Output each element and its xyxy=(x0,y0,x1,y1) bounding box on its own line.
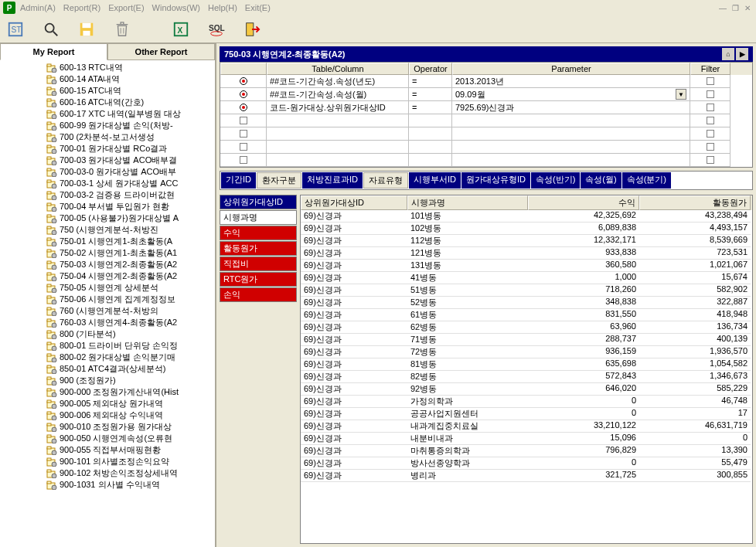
tree-item[interactable]: 600-17 XTC 내역(일부병원 대상 xyxy=(46,108,215,120)
tree-item[interactable]: 900-101 의사별조정손익요약 xyxy=(46,456,215,467)
data-row[interactable]: 69)신경과52병동348,838322,887 xyxy=(301,297,752,309)
selector-item[interactable]: 활동원가 xyxy=(220,241,297,256)
data-row[interactable]: 69)신경과내과계집중치료실33,210,12246,631,719 xyxy=(301,420,752,433)
tree-item[interactable]: 900-050 시행연계속성(오류현 xyxy=(46,433,215,444)
dim-tab[interactable]: 원가대상유형ID xyxy=(461,172,530,189)
selector-item[interactable]: 수익 xyxy=(220,226,297,240)
tree-item[interactable]: 850-01 ATC4결과(상세분석) xyxy=(46,363,215,375)
filter-flag-checkbox[interactable] xyxy=(707,130,714,138)
filter-flag-checkbox[interactable] xyxy=(707,156,714,164)
tab-my-report[interactable]: My Report xyxy=(0,43,107,60)
tree-item[interactable]: 700-03-1 상세 원가대상별 ACC xyxy=(46,178,215,189)
filter-checkbox[interactable] xyxy=(240,143,247,151)
tree-item[interactable]: 900-010 조정원가용 원가대상 xyxy=(46,421,215,433)
minimize-icon[interactable]: — xyxy=(717,2,728,13)
tree-item[interactable]: 900-102 처방손익조정상세내역 xyxy=(46,467,215,479)
filter-flag-checkbox[interactable] xyxy=(707,77,714,85)
restore-icon[interactable]: ❐ xyxy=(730,2,741,13)
tree-item[interactable]: 900-000 조정원가계산내역(Hist xyxy=(46,386,215,398)
filter-flag-checkbox[interactable] xyxy=(707,104,714,111)
filter-flag-checkbox[interactable] xyxy=(707,143,714,151)
data-row[interactable]: 69)신경과공공사업지원센터017 xyxy=(301,408,752,420)
data-row[interactable]: 69)신경과102병동6,089,8384,493,157 xyxy=(301,223,752,235)
data-row[interactable]: 69)신경과121병동933,838723,531 xyxy=(301,247,752,260)
tree-item[interactable]: 900-1031 의사별 수익내역 xyxy=(46,479,215,491)
data-row[interactable]: 69)신경과92병동646,020585,229 xyxy=(301,383,752,396)
data-row[interactable]: 69)신경과가정의학과046,748 xyxy=(301,396,752,408)
report-tree[interactable]: 600-13 RTC내역600-14 ATA내역600-15 ATC내역600-… xyxy=(0,60,215,547)
save-icon[interactable] xyxy=(76,19,97,40)
data-row[interactable]: 69)신경과51병동718,260582,902 xyxy=(301,284,752,297)
dim-tab[interactable]: 속성(분기) xyxy=(622,172,671,189)
filter-radio[interactable] xyxy=(240,90,247,98)
dg-col-0[interactable]: 상위원가대상ID xyxy=(301,195,407,210)
menu-help[interactable]: Help(H) xyxy=(208,3,237,12)
dim-tab[interactable]: 시행부서ID xyxy=(409,172,461,189)
tree-item[interactable]: 600-14 ATA내역 xyxy=(46,73,215,85)
data-row[interactable]: 69)신경과82병동572,8431,346,673 xyxy=(301,371,752,383)
filter-row[interactable] xyxy=(220,114,752,127)
tree-item[interactable]: 750-06 시행연계 집계계정정보 xyxy=(46,294,215,305)
menu-export[interactable]: Export(E) xyxy=(108,3,144,12)
tree-item[interactable]: 900-055 직접부서매핑현황 xyxy=(46,444,215,456)
selector-item[interactable]: 손익 xyxy=(220,287,297,302)
filter-row[interactable]: 코드-원가대상.상위원가대상ID=7925.69)신경과 xyxy=(220,101,752,114)
menu-report[interactable]: Report(R) xyxy=(63,3,100,12)
menu-exit[interactable]: Exit(E) xyxy=(245,3,271,12)
tree-item[interactable]: 700-05 (사용불가)원가대상별 A xyxy=(46,212,215,224)
dg-col-2[interactable]: 수익 xyxy=(528,195,639,210)
tree-item[interactable]: 750-02 시행연계1-최초활동(A1 xyxy=(46,247,215,259)
selector-item[interactable]: RTC원가 xyxy=(220,272,297,287)
tree-item[interactable]: 700 (2차분석-보고서생성 xyxy=(46,131,215,143)
dim-tab[interactable]: 처방진료과ID xyxy=(302,172,363,189)
filter-flag-checkbox[interactable] xyxy=(707,90,714,98)
tree-item[interactable]: 800-02 원가대상별 손익분기매 xyxy=(46,352,215,363)
data-row[interactable]: 69)신경과101병동42,325,69243,238,494 xyxy=(301,210,752,223)
dim-tab[interactable]: 기간ID xyxy=(221,172,256,189)
tree-item[interactable]: 750-01 시행연계1-최초활동(A xyxy=(46,236,215,247)
filter-row[interactable] xyxy=(220,154,752,167)
tree-item[interactable]: 700-03 원가대상별 ACO배부결 xyxy=(46,155,215,166)
filter-checkbox[interactable] xyxy=(240,117,247,124)
filter-radio[interactable] xyxy=(240,77,247,85)
dim-tab[interactable]: 속성(월) xyxy=(581,172,621,189)
filter-checkbox[interactable] xyxy=(240,156,247,164)
data-row[interactable]: 69)신경과62병동63,960136,734 xyxy=(301,321,752,334)
filter-row[interactable]: ##코드-기간속성.속성(년도)=2013.2013년 xyxy=(220,75,752,88)
tree-item[interactable]: 600-15 ATC내역 xyxy=(46,85,215,97)
filter-row[interactable] xyxy=(220,141,752,154)
dg-col-3[interactable]: 활동원가 xyxy=(639,195,751,210)
dg-col-1[interactable]: 시행과명 xyxy=(407,195,528,210)
dim-tab[interactable]: 속성(반기) xyxy=(531,172,580,189)
search-icon[interactable] xyxy=(40,19,62,40)
panel-home-icon[interactable]: ⌂ xyxy=(722,48,734,60)
tree-item[interactable]: 750-05 시행연계 상세분석 xyxy=(46,282,215,294)
tree-item[interactable]: 800-01 드라이버 단위당 손익정 xyxy=(46,340,215,352)
tree-item[interactable]: 750 (시행연계분석-처방진 xyxy=(46,224,215,236)
data-row[interactable]: 69)신경과81병동635,6981,054,582 xyxy=(301,358,752,371)
tab-other-report[interactable]: Other Report xyxy=(107,43,215,60)
tree-item[interactable]: 900 (조정원가) xyxy=(46,375,215,386)
dropdown-icon[interactable]: ▼ xyxy=(676,89,686,100)
close-icon[interactable]: ✕ xyxy=(742,2,753,13)
filter-row[interactable]: ##코드-기간속성.속성(월)=09.09월▼ xyxy=(220,88,752,101)
tree-item[interactable]: 600-13 RTC내역 xyxy=(46,62,215,73)
exit-door-icon[interactable] xyxy=(241,19,263,40)
data-row[interactable]: 69)신경과71병동288,737400,139 xyxy=(301,334,752,346)
selector-item[interactable]: 상위원가대상ID xyxy=(220,195,297,209)
tree-item[interactable]: 750-04 시행연계2-최종활동(A2 xyxy=(46,270,215,282)
tool-design-icon[interactable]: ST xyxy=(5,19,26,40)
tree-item[interactable]: 750-03 시행연계2-최종활동(A2 xyxy=(46,259,215,270)
delete-icon[interactable] xyxy=(111,19,133,40)
tree-item[interactable]: 800 (기타분석) xyxy=(46,328,215,340)
data-row[interactable]: 69)신경과61병동831,550418,948 xyxy=(301,309,752,321)
dim-tab[interactable]: 자료유형 xyxy=(363,172,408,189)
filter-flag-checkbox[interactable] xyxy=(707,117,714,124)
tree-item[interactable]: 700-04 부서별 투입원가 현황 xyxy=(46,201,215,212)
selector-item[interactable]: 시행과명 xyxy=(220,210,297,225)
data-row[interactable]: 69)신경과131병동360,5801,021,067 xyxy=(301,260,752,272)
data-row[interactable]: 69)신경과41병동1,00015,674 xyxy=(301,272,752,284)
tree-item[interactable]: 700-01 원가대상별 RCo결과 xyxy=(46,143,215,155)
sql-icon[interactable]: SQL xyxy=(206,19,227,40)
menu-windows[interactable]: Windows(W) xyxy=(152,3,200,12)
